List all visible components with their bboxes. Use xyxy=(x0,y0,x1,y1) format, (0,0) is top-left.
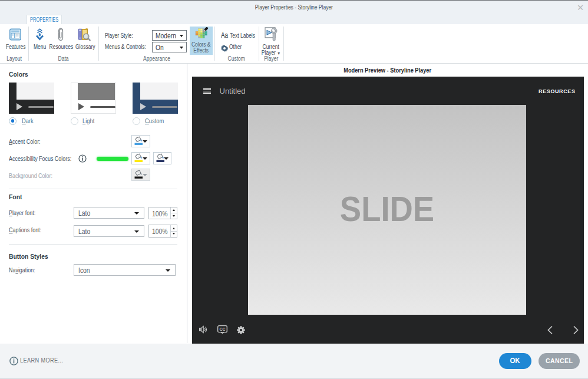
svg-text:CC: CC xyxy=(219,327,225,331)
